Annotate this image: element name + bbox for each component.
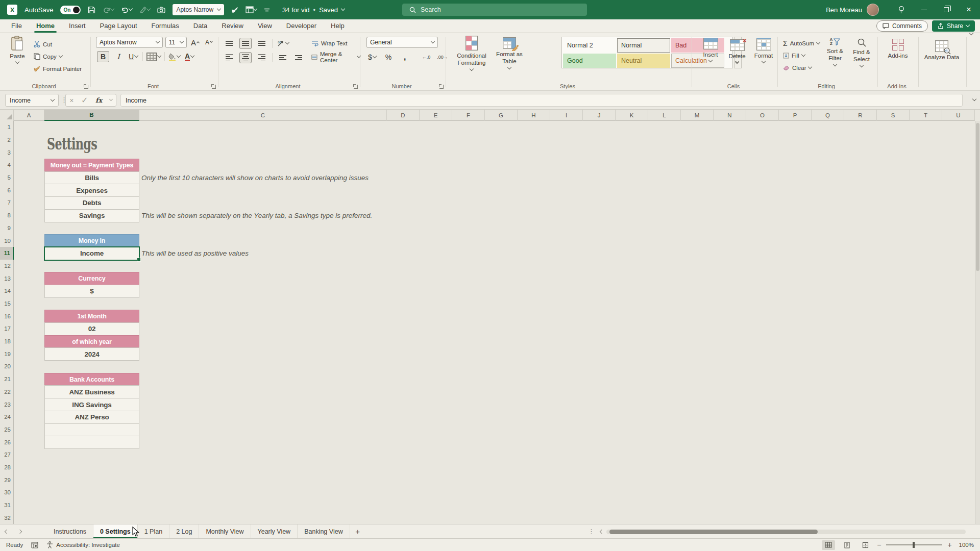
qat-font-combo[interactable]: Aptos Narrow: [173, 4, 224, 15]
ribbon-tab-home[interactable]: Home: [29, 19, 62, 33]
user-name[interactable]: Ben Moreau: [826, 6, 862, 14]
align-left-button[interactable]: [224, 52, 235, 63]
tips-lightbulb-icon[interactable]: [890, 0, 913, 19]
style-neutral[interactable]: Neutral: [617, 54, 670, 68]
vertical-scrollbar[interactable]: [975, 121, 980, 524]
conditional-formatting-button[interactable]: Conditional Formatting: [453, 36, 490, 71]
increase-font-icon[interactable]: A: [189, 37, 201, 48]
align-middle-button[interactable]: [239, 38, 252, 49]
accessibility-status[interactable]: Accessibility: Investigate: [46, 541, 120, 548]
clear-button[interactable]: Clear: [783, 62, 820, 73]
search-box[interactable]: Search: [402, 4, 587, 16]
decrease-font-icon[interactable]: A: [203, 37, 214, 48]
ribbon-tab-insert[interactable]: Insert: [62, 19, 93, 33]
bold-button[interactable]: B: [97, 51, 109, 62]
sheet-tab-yearly-view[interactable]: Yearly View: [251, 524, 298, 538]
number-dialog-launcher[interactable]: [439, 85, 444, 89]
formula-input[interactable]: Income: [120, 94, 963, 107]
zoom-level[interactable]: 100%: [959, 542, 974, 548]
format-painter-qat-icon[interactable]: [231, 6, 238, 13]
ribbon-tab-formulas[interactable]: Formulas: [144, 19, 186, 33]
horizontal-scrollbar[interactable]: [600, 529, 966, 534]
alignment-dialog-launcher[interactable]: [354, 85, 358, 89]
increase-decimal-button[interactable]: ←.0: [421, 52, 432, 63]
sheet-tab-2-log[interactable]: 2 Log: [169, 524, 199, 538]
zoom-in-icon[interactable]: +: [947, 541, 951, 549]
table-header-of-which-year[interactable]: of which year: [44, 335, 139, 348]
italic-button[interactable]: I: [113, 51, 124, 62]
decrease-indent-button[interactable]: [277, 52, 288, 63]
cell-B6[interactable]: Expenses: [44, 184, 139, 197]
table-header-money-out-payment-types[interactable]: Money out = Payment Types: [44, 159, 139, 172]
style-normal-2[interactable]: Normal 2: [563, 38, 616, 53]
underline-button[interactable]: U: [128, 51, 139, 62]
cell-B11[interactable]: Income: [44, 247, 139, 260]
autosum-button[interactable]: ΣAutoSum: [783, 38, 820, 48]
fx-chevron-icon[interactable]: [109, 97, 113, 101]
orientation-button[interactable]: ab: [277, 38, 289, 49]
ribbon-tab-data[interactable]: Data: [186, 19, 214, 33]
cell-B25[interactable]: [44, 423, 139, 437]
table-header-money-in[interactable]: Money in: [44, 234, 139, 247]
share-button[interactable]: Share: [932, 20, 975, 32]
style-good[interactable]: Good: [563, 54, 616, 68]
cell-B8[interactable]: Savings: [44, 209, 139, 222]
ribbon-tab-help[interactable]: Help: [324, 19, 352, 33]
normal-view-button[interactable]: [822, 540, 835, 550]
page-break-view-button[interactable]: [859, 540, 872, 550]
name-box[interactable]: Income: [5, 94, 59, 107]
currency-format-button[interactable]: $: [366, 52, 378, 63]
ribbon-tab-developer[interactable]: Developer: [279, 19, 324, 33]
style-normal[interactable]: Normal: [617, 38, 670, 53]
camera-icon[interactable]: [157, 7, 165, 13]
format-painter-button[interactable]: Format Painter: [34, 63, 82, 74]
save-icon[interactable]: [88, 6, 95, 14]
align-center-button[interactable]: [239, 52, 252, 63]
sheet-tab-0-settings[interactable]: 0 Settings: [93, 524, 138, 538]
sheet-tab-1-plan[interactable]: 1 Plan: [138, 524, 169, 538]
avatar[interactable]: [867, 4, 879, 16]
macro-record-icon[interactable]: [31, 542, 38, 548]
hscroll-left-icon[interactable]: [600, 530, 604, 534]
fill-color-button[interactable]: [168, 51, 180, 62]
cell-B26[interactable]: [44, 436, 139, 449]
align-right-button[interactable]: [256, 52, 267, 63]
document-title[interactable]: 34 for vid • Saved: [282, 6, 345, 14]
ribbon-tab-review[interactable]: Review: [214, 19, 251, 33]
zoom-slider[interactable]: [886, 544, 942, 545]
ribbon-tab-file[interactable]: File: [4, 19, 29, 33]
cell-B14[interactable]: $: [44, 285, 139, 298]
insert-cells-button[interactable]: Insert: [699, 38, 722, 64]
table-header-currency[interactable]: Currency: [44, 272, 139, 285]
sheet-canvas[interactable]: SettingsMoney out = Payment TypesBillsEx…: [0, 110, 980, 524]
percent-format-button[interactable]: %: [383, 52, 394, 63]
zoom-slider-thumb[interactable]: [913, 542, 915, 548]
font-size-combo[interactable]: 11: [165, 37, 187, 48]
format-cells-button[interactable]: Format: [752, 38, 775, 64]
cell-B22[interactable]: ANZ Business: [44, 385, 139, 398]
close-button[interactable]: ×: [958, 0, 980, 19]
paste-button[interactable]: Paste: [6, 36, 29, 74]
number-format-combo[interactable]: General: [366, 37, 438, 48]
cell-B23[interactable]: ING Savings: [44, 398, 139, 411]
undo-icon[interactable]: [121, 7, 132, 13]
ribbon-tab-page-layout[interactable]: Page Layout: [93, 19, 144, 33]
format-as-table-button[interactable]: Format as Table: [493, 36, 526, 71]
merge-center-button[interactable]: Merge & Center: [311, 52, 360, 62]
cancel-entry-icon[interactable]: ×: [69, 96, 74, 105]
analyze-data-button[interactable]: Analyze Data: [919, 36, 965, 61]
cut-button[interactable]: Cut: [34, 39, 82, 49]
cell-B19[interactable]: 2024: [44, 347, 139, 361]
cell-B5[interactable]: Bills: [44, 171, 139, 185]
prev-sheet-icon[interactable]: [0, 524, 13, 538]
qat-lines-icon[interactable]: [264, 8, 270, 12]
copy-button[interactable]: Copy: [34, 51, 82, 62]
sheet-tab-banking-view[interactable]: Banking View: [298, 524, 350, 538]
wrap-text-button[interactable]: Wrap Text: [311, 38, 360, 48]
sheet-tab-instructions[interactable]: Instructions: [47, 524, 93, 538]
excel-logo-icon[interactable]: X: [7, 5, 17, 15]
cell-B7[interactable]: Debts: [44, 196, 139, 210]
add-sheet-button[interactable]: +: [350, 524, 365, 538]
find-select-button[interactable]: Find & Select: [850, 36, 873, 73]
minimize-button[interactable]: [913, 0, 935, 19]
